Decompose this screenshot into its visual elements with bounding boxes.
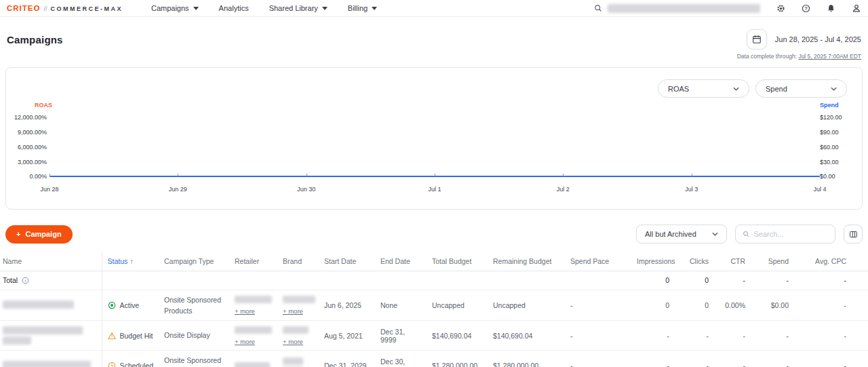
retailer-more-link[interactable]: + more: [235, 307, 255, 315]
campaign-name-cell[interactable]: [0, 321, 102, 351]
settings-icon[interactable]: [776, 4, 785, 13]
column-header-clicks[interactable]: Clicks: [675, 252, 714, 271]
column-header-total-budget[interactable]: Total Budget: [427, 252, 488, 271]
campaign-toolbar: + Campaign All but Archived: [0, 225, 868, 244]
nav-item-billing[interactable]: Billing: [348, 4, 377, 12]
notifications-icon[interactable]: [827, 4, 835, 13]
info-icon[interactable]: [22, 277, 29, 284]
account-icon[interactable]: [852, 3, 861, 13]
svg-text:?: ?: [804, 5, 807, 10]
column-header-avg-cpc[interactable]: Avg. CPC: [794, 252, 868, 271]
clicks-cell: -: [675, 321, 714, 351]
start-date-cell: Aug 5, 2021: [319, 321, 375, 351]
column-header-start-date[interactable]: Start Date: [319, 252, 375, 271]
series-tick: [563, 174, 564, 176]
help-icon[interactable]: ?: [802, 4, 810, 13]
left-axis-tick: 3,000.00%: [6, 159, 47, 166]
x-axis-label: Jun 28: [40, 186, 58, 193]
campaign-name-cell[interactable]: [0, 290, 102, 321]
nav-item-campaigns[interactable]: Campaigns: [151, 4, 199, 12]
nav-item-analytics[interactable]: Analytics: [219, 4, 249, 12]
total-clicks: 0: [675, 271, 714, 290]
right-axis-tick: $30.00: [820, 159, 839, 166]
x-axis-label: Jul 1: [428, 186, 441, 193]
performance-chart-card: ROAS Spend ROAS Spend 12,000.00% 9,000.0…: [5, 67, 863, 210]
column-settings-button[interactable]: [844, 225, 863, 244]
retailer-cell: + more: [229, 321, 277, 351]
column-header-remaining-budget[interactable]: Remaining Budget: [488, 252, 565, 271]
brand-name: CRITEO: [7, 4, 40, 12]
column-header-end-date[interactable]: End Date: [375, 252, 427, 271]
spend-cell: -: [751, 351, 794, 367]
end-date-cell: Dec 31, 9999: [375, 321, 427, 351]
right-metric-select[interactable]: Spend: [755, 79, 847, 98]
plus-icon: +: [16, 230, 20, 238]
left-metric-select[interactable]: ROAS: [658, 79, 749, 98]
column-header-retailer[interactable]: Retailer: [229, 252, 277, 271]
campaign-name-cell[interactable]: [0, 351, 102, 367]
retailer-more-link[interactable]: + more: [235, 338, 255, 345]
search-input[interactable]: [753, 230, 828, 238]
ctr-cell: -: [714, 321, 751, 351]
avg-cpc-cell: -: [794, 351, 868, 367]
impressions-cell: -: [631, 351, 675, 367]
left-axis-tick: 0.00%: [6, 173, 47, 180]
x-axis-label: Jun 29: [169, 186, 187, 193]
campaign-type-cell: Onsite Display: [159, 321, 229, 351]
brand-more-link[interactable]: + more: [283, 338, 303, 345]
search-icon: [594, 4, 602, 12]
total-avg-cpc: -: [794, 271, 868, 290]
column-header-spend[interactable]: Spend: [751, 252, 794, 271]
remaining-budget-cell: Uncapped: [488, 290, 565, 321]
spend-pace-cell: -: [565, 351, 631, 367]
right-axis-tick: $60.00: [820, 144, 839, 151]
column-header-spend-pace[interactable]: Spend Pace: [565, 252, 631, 271]
chevron-down-icon: [372, 7, 377, 10]
nav-search[interactable]: [594, 4, 760, 13]
page-title: Campaigns: [7, 34, 63, 45]
criteo-logo[interactable]: CRITEO // COMMERCE-MAX: [7, 4, 123, 12]
column-header-campaign-type[interactable]: Campaign Type: [159, 252, 229, 271]
remaining-budget-cell: $1,280,000.00: [488, 351, 565, 367]
end-date-cell: Dec 30, 2030: [375, 351, 427, 367]
series-tick: [178, 174, 178, 176]
status-filter-select[interactable]: All but Archived: [636, 225, 727, 244]
column-header-ctr[interactable]: CTR: [714, 252, 751, 271]
status-cell: Scheduled: [102, 351, 159, 367]
brand-more-link[interactable]: + more: [283, 307, 303, 315]
date-range-control: Jun 28, 2025 - Jul 4, 2025: [747, 29, 861, 50]
table-row: Active Onsite Sponsored Products + more …: [0, 290, 868, 321]
avg-cpc-cell: -: [794, 321, 868, 351]
redacted-campaign-name: [3, 361, 91, 367]
date-range-text[interactable]: Jun 28, 2025 - Jul 4, 2025: [775, 35, 861, 43]
metric-selectors: ROAS Spend: [658, 79, 847, 98]
series-tick: [307, 174, 307, 176]
table-header-row: Name Status ↑ Campaign Type Retailer Bra…: [0, 252, 868, 271]
left-metric-value: ROAS: [668, 85, 689, 93]
search-icon: [743, 230, 749, 238]
redacted-retailer: [235, 326, 272, 334]
column-header-name[interactable]: Name: [0, 252, 102, 271]
column-header-status[interactable]: Status ↑: [102, 252, 159, 271]
column-header-brand[interactable]: Brand: [277, 252, 319, 271]
nav-item-shared-library[interactable]: Shared Library: [269, 4, 328, 12]
product-name: COMMERCE-MAX: [50, 5, 123, 12]
nav-item-label: Campaigns: [151, 4, 189, 12]
campaign-type-cell: Onsite Sponsored Products: [159, 351, 229, 367]
spend-pace-cell: -: [565, 321, 631, 351]
data-complete-line: Data complete through: Jul 5, 2025 7:00A…: [0, 53, 868, 62]
nav-menu: Campaigns Analytics Shared Library Billi…: [151, 4, 377, 12]
new-campaign-button[interactable]: + Campaign: [5, 225, 73, 244]
calendar-icon: [752, 35, 762, 44]
brand-cell: + more: [277, 321, 319, 351]
table-search: [735, 225, 835, 244]
calendar-button[interactable]: [747, 29, 767, 50]
column-header-impressions[interactable]: Impressions: [631, 252, 675, 271]
chevron-down-icon: [193, 7, 199, 10]
data-complete-link[interactable]: Jul 5, 2025 7:00AM EDT: [798, 53, 861, 60]
page-header: Campaigns Jun 28, 2025 - Jul 4, 2025: [0, 26, 868, 53]
table-row: Scheduled Onsite Sponsored Products Dec …: [0, 351, 868, 367]
right-axis-tick: $90.00: [820, 129, 839, 136]
ctr-cell: -: [714, 351, 751, 367]
campaigns-table: Name Status ↑ Campaign Type Retailer Bra…: [0, 252, 868, 367]
